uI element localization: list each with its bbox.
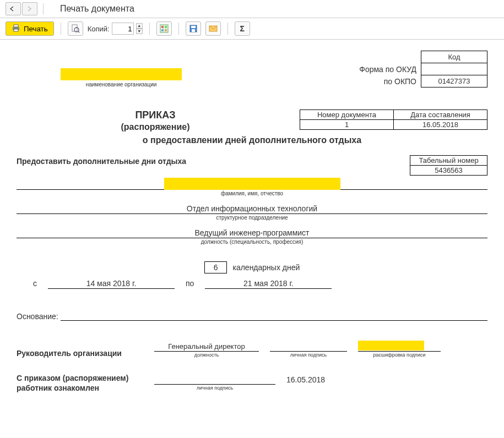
doc-num-header: Номер документа (300, 110, 394, 120)
days-unit: календарных дней (232, 263, 300, 272)
doc-date-header: Дата составления (394, 110, 487, 120)
printer-icon (12, 24, 20, 34)
basis-line (61, 311, 487, 321)
svg-point-3 (18, 28, 19, 29)
okpo-label: по ОКПО (359, 75, 416, 87)
separator (43, 3, 44, 14)
forward-button[interactable] (22, 2, 37, 15)
head-sign-line (270, 342, 347, 352)
doc-num-value: 1 (300, 120, 394, 130)
email-button[interactable] (205, 21, 221, 36)
from-date: 14 мая 2018 г. (48, 279, 175, 289)
sum-button[interactable]: Σ (235, 21, 250, 36)
copies-control: Копий: ▲ ▼ (88, 23, 143, 35)
document-preview: наименование организации Форма по ОКУД п… (0, 40, 504, 409)
order-title: ПРИКАЗ (17, 110, 294, 121)
head-decode-line (358, 341, 441, 352)
to-date: 21 мая 2018 г. (205, 279, 332, 289)
svg-rect-8 (161, 26, 164, 28)
svg-rect-9 (165, 26, 167, 28)
days-count: 6 (204, 261, 227, 273)
from-label: с (33, 279, 37, 288)
fio-line (17, 177, 487, 190)
copies-up[interactable]: ▲ (136, 23, 143, 29)
head-label: Руководитель организации (17, 349, 143, 358)
copies-input[interactable] (112, 23, 134, 35)
settings-button[interactable] (156, 21, 172, 36)
tabnum-value: 5436563 (410, 166, 487, 176)
svg-rect-11 (165, 29, 167, 31)
svg-rect-10 (161, 29, 164, 31)
svg-rect-14 (192, 29, 195, 32)
fio-redacted (164, 178, 340, 190)
to-label: по (186, 279, 194, 288)
org-name-redacted (61, 68, 182, 80)
sigma-icon: Σ (240, 24, 244, 33)
svg-rect-1 (14, 25, 18, 27)
fio-caption: фамилия, имя, отчество (17, 190, 487, 196)
department-caption: структурное подразделение (17, 215, 487, 221)
svg-rect-13 (191, 26, 196, 28)
okud-value (421, 63, 487, 75)
separator (227, 23, 228, 35)
ack-label: С приказом (распоряжением) работник озна… (17, 373, 143, 393)
separator (61, 23, 61, 35)
basis-label: Основание: (17, 312, 58, 321)
tabnum-table: Табельный номер 5436563 (410, 155, 487, 176)
position-value: Ведущий инженер-программист (17, 228, 487, 238)
ack-sign-line (154, 375, 275, 385)
head-decode-caption: расшифровка подписи (358, 352, 441, 358)
ack-date: 16.05.2018 (286, 375, 325, 384)
svg-line-6 (78, 31, 79, 32)
position-caption: должность (специальность, профессия) (17, 239, 487, 245)
separator (178, 23, 179, 35)
head-sign-caption: личная подпись (270, 352, 347, 358)
copies-label: Копий: (88, 25, 110, 33)
doc-date-value: 16.05.2018 (394, 120, 487, 130)
print-button[interactable]: Печать (6, 21, 54, 36)
code-header: Код (421, 51, 487, 63)
numdate-table: Номер документа Дата составления 1 16.05… (300, 110, 487, 130)
codes-table: Код 01427373 (421, 51, 487, 87)
svg-rect-2 (14, 29, 18, 31)
separator (149, 23, 150, 35)
order-subject: о предоставлении дней дополнительного от… (17, 135, 487, 145)
back-button[interactable] (6, 2, 21, 15)
head-position: Генеральный директор (154, 342, 259, 352)
print-label: Печать (24, 25, 48, 33)
ack-sign-caption: личная подпись (154, 385, 275, 391)
order-subtitle: (распоряжение) (17, 122, 294, 132)
okpo-value: 01427373 (421, 75, 487, 87)
org-caption: наименование организации (86, 81, 157, 87)
form-okud-label: Форма по ОКУД (359, 63, 416, 75)
department-value: Отдел информационных технологий (17, 204, 487, 214)
head-decode-redacted (358, 341, 424, 351)
window-title: Печать документа (60, 4, 134, 14)
save-button[interactable] (186, 21, 201, 36)
head-pos-caption: должность (154, 352, 259, 358)
toolbar: Печать Копий: ▲ ▼ Σ (0, 18, 504, 40)
title-bar: Печать документа (0, 0, 504, 18)
tabnum-header: Табельный номер (410, 156, 487, 166)
copies-down[interactable]: ▼ (136, 29, 143, 34)
preview-button[interactable] (68, 21, 83, 36)
provide-text: Предоставить дополнительные дни отдыха (17, 155, 186, 166)
